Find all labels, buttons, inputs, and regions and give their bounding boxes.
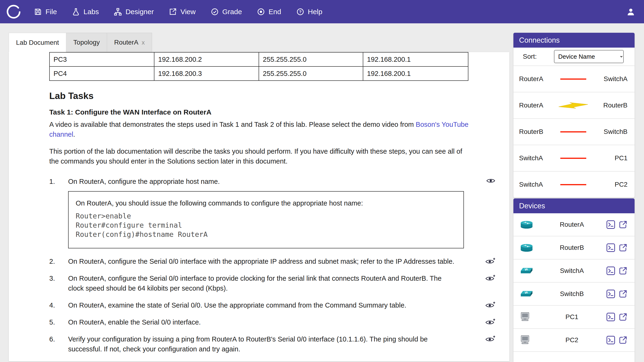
connection-to: PC1 [592,154,628,162]
nav-view[interactable]: View [169,8,196,16]
open-external-icon[interactable] [618,266,628,275]
lab-tasks-heading: Lab Tasks [49,91,495,101]
end-record-icon [257,8,265,16]
device-row[interactable]: SwitchB [514,282,634,306]
task-number: 1. [49,176,68,186]
device-name: RouterB [538,244,606,252]
eye-plus-icon[interactable] [485,274,495,282]
device-row[interactable]: RouterB [514,236,634,260]
device-name: SwitchA [538,267,606,274]
task-number: 2. [49,256,68,266]
open-external-icon[interactable] [618,312,628,322]
device-name: RouterA [538,221,606,228]
cell-gateway: 192.168.200.1 [363,52,468,66]
eye-icon[interactable] [486,178,495,184]
nav-designer[interactable]: Designer [114,8,154,16]
code-line: Router(config)#hostname RouterA [76,230,456,239]
router-icon [520,220,538,229]
user-account-icon[interactable] [626,7,636,16]
cell-device: PC4 [50,66,154,80]
nav-help[interactable]: ? Help [296,8,322,16]
eye-plus-icon[interactable] [485,258,495,265]
switch-icon [520,290,538,298]
sort-select[interactable]: Device Name [554,50,624,63]
device-row[interactable]: PC2 [514,329,634,352]
code-line: Router>enable [76,212,456,220]
nav-view-label: View [180,8,196,16]
console-icon[interactable] [606,220,615,229]
open-window-icon [169,8,177,16]
task1-heading: Task 1: Configure the WAN Interface on R… [49,108,495,116]
console-icon[interactable] [606,243,615,252]
devices-panel: Devices RouterA RouterB [514,198,634,362]
open-external-icon[interactable] [618,220,628,229]
connection-row[interactable]: RouterB SwitchB [514,118,634,145]
code-line: Router#configure terminal [76,220,456,230]
task-item-5: 5. On RouterA, enable the Serial 0/0 int… [49,317,495,327]
close-icon[interactable]: x [142,39,145,46]
eye-plus-icon[interactable] [485,335,495,342]
device-name: PC2 [538,336,606,344]
pc-icon [520,335,538,345]
connection-row[interactable]: SwitchA PC2 [514,171,634,198]
nav-end[interactable]: End [257,8,281,16]
nav-labs-label: Labs [84,8,99,16]
tab-lab-document-label: Lab Document [16,39,59,46]
task-number: 5. [49,317,68,327]
right-sidebar: Connections Sort: Device Name RouterA Sw… [514,33,634,362]
video-text-end: . [73,130,75,138]
connection-to: PC2 [592,181,628,188]
eye-plus-icon[interactable] [485,318,495,326]
eye-plus-icon[interactable] [485,302,495,308]
tab-routera-label: RouterA [114,39,138,46]
sitemap-icon [114,8,122,16]
console-icon[interactable] [606,290,615,298]
task-item-3: 3. On RouterA, configure the Serial 0/0 … [49,274,495,293]
task-item-6: 6. Verify your configuration by issuing … [49,334,495,354]
task-item-2: 2. On RouterA, configure the Serial 0/0 … [49,256,495,266]
open-external-icon[interactable] [618,290,628,298]
device-row[interactable]: RouterA [514,213,634,236]
task-text: Verify your configuration by issuing a p… [68,334,457,354]
connection-from: SwitchA [519,154,554,162]
flask-icon [72,8,80,16]
nav-designer-label: Designer [126,8,154,16]
tab-routera[interactable]: RouterA x [107,33,152,52]
pc-icon [520,312,538,322]
ethernet-link-line [554,184,592,185]
connection-row[interactable]: RouterA RouterB [514,92,634,118]
nav-file[interactable]: File [34,8,57,16]
connection-row[interactable]: RouterA SwitchA [514,66,634,92]
nav-labs[interactable]: Labs [72,8,99,16]
open-external-icon[interactable] [618,336,628,344]
nav-end-label: End [268,8,281,16]
device-row[interactable]: SwitchA [514,260,634,282]
tab-topology-label: Topology [73,39,100,46]
tab-lab-document[interactable]: Lab Document [9,33,66,52]
help-icon: ? [296,8,304,16]
connection-row[interactable]: SwitchA PC1 [514,145,634,171]
ethernet-link-line [554,158,592,159]
task-number: 6. [49,334,68,344]
connection-from: RouterA [519,102,554,109]
console-icon[interactable] [606,312,615,322]
console-icon[interactable] [606,336,615,344]
connection-from: SwitchA [519,181,554,188]
nav-menu: File Labs Designer View Grade [34,8,322,16]
video-text: A video is available that demonstrates t… [49,121,416,128]
device-name: SwitchB [538,290,606,298]
sort-label: Sort: [523,53,537,60]
lab-document-panel[interactable]: PC3 192.168.200.2 255.255.255.0 192.168.… [9,52,510,361]
console-icon[interactable] [606,266,615,275]
task-item-1: 1. On RouterA, configure the appropriate… [49,176,495,186]
cell-gateway: 192.168.200.1 [363,66,468,80]
nav-grade[interactable]: Grade [211,8,242,16]
grade-check-icon [211,8,219,16]
tab-topology[interactable]: Topology [66,33,107,52]
serial-link-icon [554,101,592,110]
open-external-icon[interactable] [618,243,628,252]
devices-header: Devices [514,198,634,213]
device-row[interactable]: PC1 [514,306,634,329]
ethernet-link-line [554,78,592,80]
app-logo-icon[interactable] [6,4,22,20]
